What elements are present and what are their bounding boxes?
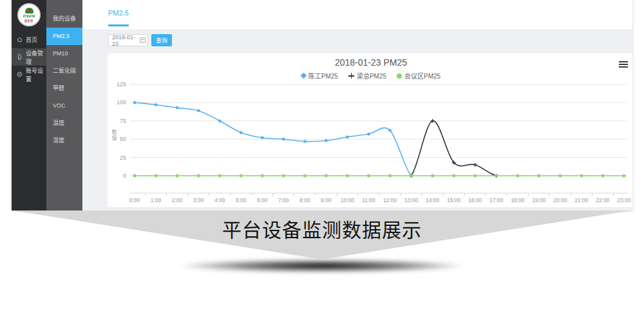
svg-text:22:00: 22:00	[596, 197, 610, 203]
svg-text:13:00: 13:00	[404, 197, 419, 203]
sidebar-item-label: 账号设置	[26, 66, 46, 83]
main-content: PM2.5 2018-01-23 查询 2018-01-23 PM25 陈工PM…	[82, 0, 632, 211]
svg-text:75: 75	[120, 118, 126, 124]
svg-text:7:00: 7:00	[278, 197, 289, 203]
topbar: PM2.5	[82, 0, 632, 30]
svg-text:11:00: 11:00	[362, 197, 375, 203]
svg-text:50: 50	[120, 136, 126, 142]
submenu-item-my-devices[interactable]: 我的设备	[46, 10, 82, 28]
svg-text:9:00: 9:00	[321, 197, 332, 203]
date-input[interactable]: 2018-01-23	[108, 34, 148, 46]
logo-emblem-icon	[25, 8, 33, 14]
svg-text:18:00: 18:00	[511, 197, 525, 203]
svg-text:1:00: 1:00	[151, 197, 162, 203]
svg-text:17:00: 17:00	[489, 197, 504, 203]
svg-text:6:00: 6:00	[257, 197, 268, 203]
svg-text:0:00: 0:00	[129, 197, 140, 203]
calendar-icon[interactable]	[140, 37, 146, 43]
svg-text:19:00: 19:00	[532, 197, 546, 203]
svg-text:16:00: 16:00	[468, 197, 482, 203]
svg-text:8:00: 8:00	[299, 197, 310, 203]
sidebar-item-devices[interactable]: 设备管理	[12, 48, 46, 66]
line-chart: 02550751001250:001:002:003:004:005:006:0…	[108, 53, 632, 209]
brand-logo: OSEN 奥斯恩	[17, 3, 41, 26]
submenu-item-voc[interactable]: VOC	[46, 97, 82, 115]
submenu-item-humidity[interactable]: 湿度	[46, 132, 82, 149]
settings-icon	[16, 71, 23, 78]
svg-text:20:00: 20:00	[553, 197, 567, 203]
svg-text:25: 25	[120, 154, 126, 161]
submenu-item-pm25[interactable]: PM2.5	[46, 28, 82, 45]
submenu-item-temperature[interactable]: 温度	[46, 115, 82, 132]
svg-text:15:00: 15:00	[447, 197, 461, 203]
svg-text:4:00: 4:00	[214, 197, 225, 203]
device-icon	[16, 53, 23, 61]
svg-text:125: 125	[117, 81, 126, 88]
svg-text:2:00: 2:00	[172, 197, 183, 203]
svg-text:100: 100	[117, 99, 126, 106]
sidebar-item-home[interactable]: 首页	[12, 31, 46, 48]
date-value: 2018-01-23	[112, 34, 140, 47]
submenu-item-co2[interactable]: 二氧化碳	[46, 62, 82, 80]
sidebar-item-label: 设备管理	[26, 49, 46, 66]
logo-text: OSEN	[23, 14, 35, 18]
sidebar-item-account[interactable]: 账号设置	[12, 66, 46, 83]
presentation-stage: OSEN 奥斯恩 首页 设备管理	[0, 0, 644, 309]
filter-row: 2018-01-23 查询	[108, 34, 172, 46]
home-icon	[16, 36, 23, 43]
svg-text:14:00: 14:00	[426, 197, 440, 203]
dashboard-screenshot: OSEN 奥斯恩 首页 设备管理	[12, 0, 632, 211]
svg-text:12:00: 12:00	[383, 197, 397, 203]
svg-text:10:00: 10:00	[341, 197, 355, 203]
svg-text:3:00: 3:00	[193, 197, 204, 203]
chart-card: 2018-01-23 PM25 陈工PM25 梁总PM25 会议区PM25	[107, 53, 632, 208]
svg-text:5:00: 5:00	[236, 197, 247, 203]
caption-title: 平台设备监测数据展示	[0, 214, 644, 243]
secondary-sidebar: 我的设备 PM2.5 PM10 二氧化碳 甲醛 VOC 温度 湿度	[46, 0, 82, 211]
logo-subtext: 奥斯恩	[24, 18, 33, 22]
sidebar-item-label: 首页	[26, 35, 37, 44]
svg-text:21:00: 21:00	[574, 197, 589, 203]
svg-text:0: 0	[123, 173, 126, 179]
primary-sidebar: OSEN 奥斯恩 首页 设备管理	[12, 0, 46, 211]
submenu-item-formaldehyde[interactable]: 甲醛	[46, 80, 82, 97]
svg-text:23:00: 23:00	[617, 197, 631, 203]
tab-pm25[interactable]: PM2.5	[108, 9, 129, 26]
submenu-item-pm10[interactable]: PM10	[46, 45, 82, 62]
query-button[interactable]: 查询	[151, 34, 172, 46]
